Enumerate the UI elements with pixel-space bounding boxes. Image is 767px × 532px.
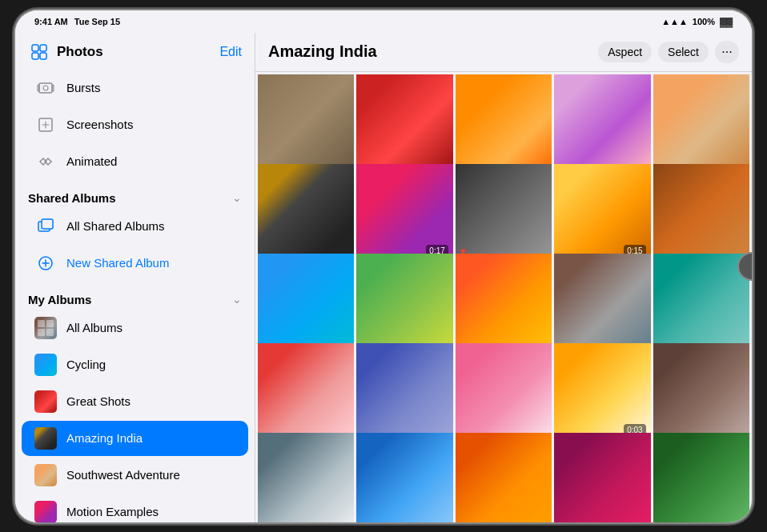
photo-cell[interactable]: ♥ xyxy=(456,164,552,260)
photo-cell[interactable] xyxy=(356,433,452,522)
photo-cell[interactable] xyxy=(653,343,749,439)
screenshots-label: Screenshots xyxy=(66,118,133,131)
all-shared-icon xyxy=(34,215,57,238)
photo-cell[interactable] xyxy=(456,343,552,439)
photo-cell[interactable] xyxy=(356,254,452,350)
photo-cell[interactable] xyxy=(258,433,354,522)
photo-cell[interactable] xyxy=(554,254,650,350)
sidebar-edit-button[interactable]: Edit xyxy=(219,45,242,59)
svg-point-7 xyxy=(43,86,48,90)
battery-label: 100% xyxy=(693,17,715,26)
cycling-thumb xyxy=(34,354,57,376)
svg-rect-10 xyxy=(42,219,53,229)
photo-cell[interactable] xyxy=(356,74,452,170)
photo-cell[interactable] xyxy=(356,343,452,439)
all-albums-label: All Albums xyxy=(66,321,122,334)
amazing-india-thumb xyxy=(34,427,57,450)
great-shots-label: Great Shots xyxy=(66,394,131,408)
photo-area: Amazing India Aspect Select ··· 0:17 xyxy=(255,33,752,522)
great-shots-thumb xyxy=(34,390,57,413)
sidebar-item-cycling[interactable]: Cycling xyxy=(22,347,248,382)
sidebar-item-animated[interactable]: Animated xyxy=(22,144,248,179)
photo-cell[interactable] xyxy=(258,164,354,260)
photo-cell[interactable] xyxy=(653,433,749,522)
photo-title: Amazing India xyxy=(268,42,377,61)
sidebar-header: Photos Edit xyxy=(15,33,255,70)
photo-cell[interactable] xyxy=(258,74,354,170)
sidebar: Photos Edit Bursts xyxy=(15,33,255,522)
sidebar-item-amazing-india[interactable]: Amazing India xyxy=(22,421,248,456)
my-albums-section-header: My Albums ⌄ xyxy=(15,282,255,310)
bursts-label: Bursts xyxy=(66,81,101,94)
header-buttons: Aspect Select ··· xyxy=(598,41,739,63)
ipad-frame: 9:41 AM Tue Sep 15 ▲▲▲ 100% ▓▓ xyxy=(15,10,752,522)
sidebar-item-bursts[interactable]: Bursts xyxy=(22,70,248,106)
photo-cell[interactable]: 0:03 xyxy=(554,343,650,439)
photo-header: Amazing India Aspect Select ··· xyxy=(255,33,752,72)
photo-cell[interactable] xyxy=(258,254,354,350)
photo-cell[interactable] xyxy=(258,343,354,439)
shared-albums-title: Shared Albums xyxy=(28,191,115,205)
photo-cell[interactable] xyxy=(554,74,650,170)
sidebar-item-all-albums[interactable]: All Albums xyxy=(22,310,248,346)
sidebar-title: Photos xyxy=(57,44,103,60)
photo-cell[interactable] xyxy=(653,74,749,170)
my-albums-chevron[interactable]: ⌄ xyxy=(232,293,242,306)
all-shared-label: All Shared Albums xyxy=(66,219,165,233)
new-shared-icon xyxy=(34,252,57,274)
new-shared-label: New Shared Album xyxy=(66,256,169,270)
animated-label: Animated xyxy=(66,154,117,168)
photo-cell[interactable] xyxy=(456,254,552,350)
photo-cell[interactable] xyxy=(554,433,650,522)
svg-rect-6 xyxy=(52,85,54,91)
bursts-icon xyxy=(34,77,57,99)
photo-grid: 0:17 ♥ 0:15 0:03 xyxy=(255,72,752,522)
status-time: 9:41 AM xyxy=(34,17,68,26)
svg-rect-5 xyxy=(38,85,39,91)
status-date: Tue Sep 15 xyxy=(74,17,120,26)
southwest-thumb xyxy=(34,464,57,486)
photo-cell[interactable] xyxy=(456,433,552,522)
amazing-india-label: Amazing India xyxy=(66,431,143,445)
select-button[interactable]: Select xyxy=(658,42,709,62)
cycling-label: Cycling xyxy=(66,358,106,371)
shared-albums-chevron[interactable]: ⌄ xyxy=(232,191,242,204)
shared-albums-section-header: Shared Albums ⌄ xyxy=(15,180,255,208)
southwest-label: Southwest Adventure xyxy=(66,468,180,482)
photo-cell[interactable] xyxy=(653,164,749,260)
status-bar: 9:41 AM Tue Sep 15 ▲▲▲ 100% ▓▓ xyxy=(15,10,752,33)
sidebar-item-screenshots[interactable]: Screenshots xyxy=(22,107,248,142)
photo-cell[interactable]: 0:15 xyxy=(554,164,650,260)
all-albums-thumb xyxy=(34,317,57,339)
sidebar-item-great-shots[interactable]: Great Shots xyxy=(22,384,248,419)
svg-rect-12 xyxy=(38,320,45,327)
svg-rect-4 xyxy=(39,83,52,93)
photo-cell[interactable]: 0:17 xyxy=(356,164,452,260)
motion-label: Motion Examples xyxy=(66,505,159,518)
animated-icon xyxy=(34,150,57,173)
photo-cell[interactable] xyxy=(653,254,749,350)
main-layout: Photos Edit Bursts xyxy=(15,33,752,522)
wifi-icon: ▲▲▲ xyxy=(661,17,688,26)
svg-rect-15 xyxy=(46,329,54,336)
svg-rect-13 xyxy=(46,320,54,327)
motion-thumb xyxy=(34,501,57,522)
more-button[interactable]: ··· xyxy=(715,41,739,63)
screenshots-icon xyxy=(34,114,57,136)
svg-rect-14 xyxy=(38,329,45,336)
svg-rect-3 xyxy=(40,53,46,59)
svg-rect-2 xyxy=(32,53,38,59)
sidebar-item-motion[interactable]: Motion Examples xyxy=(22,494,248,522)
grid-view-icon[interactable] xyxy=(28,41,50,63)
svg-rect-0 xyxy=(32,45,38,51)
photo-cell[interactable] xyxy=(456,74,552,170)
sidebar-item-new-shared[interactable]: New Shared Album xyxy=(22,246,248,281)
svg-rect-1 xyxy=(40,45,46,51)
battery-icon: ▓▓ xyxy=(720,17,733,26)
my-albums-title: My Albums xyxy=(28,293,91,306)
sidebar-item-all-shared[interactable]: All Shared Albums xyxy=(22,209,248,244)
sidebar-item-southwest[interactable]: Southwest Adventure xyxy=(22,458,248,493)
aspect-button[interactable]: Aspect xyxy=(598,42,652,62)
